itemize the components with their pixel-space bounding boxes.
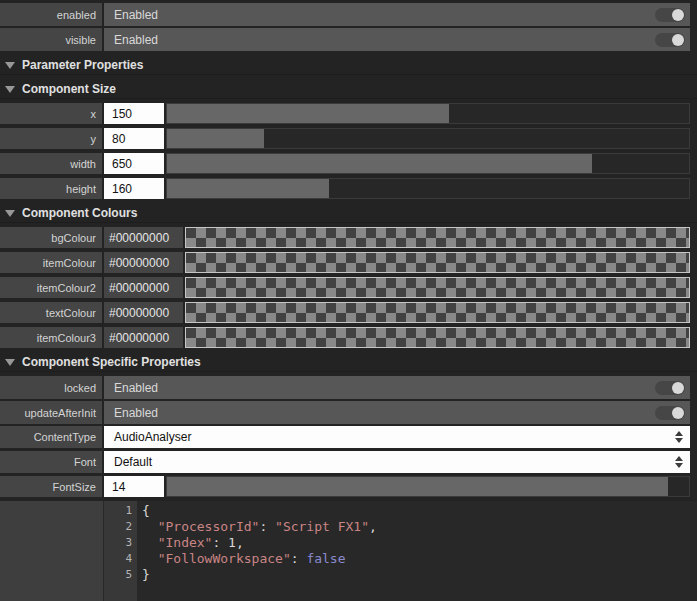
slider-fill [167,104,449,123]
editor-left-panel [0,501,103,601]
property-row-updateafterinit: updateAfterInit Enabled [0,401,697,424]
enabled-toggle-bar[interactable]: Enabled [104,3,690,26]
code-line[interactable]: 1{ [103,503,697,519]
section-title: Component Specific Properties [22,355,201,369]
height-value-input[interactable] [104,178,164,199]
property-label: itemColour [0,252,102,273]
colour-hex-value: #00000000 [104,302,183,323]
property-value-area [104,153,690,174]
locked-toggle-bar[interactable]: Enabled [104,376,690,399]
line-number: 3 [103,535,137,551]
toggle-knob [672,9,684,21]
property-value-area: #00000000 [104,227,690,248]
toggle-state-label: Enabled [114,8,158,22]
dropdown-selected-value: AudioAnalyser [114,430,191,444]
x-slider[interactable] [166,103,690,124]
colour-swatch[interactable] [185,302,690,323]
code-line[interactable]: 5} [103,567,697,583]
colour-hex-value: #00000000 [104,252,183,273]
section-header-component-specific-properties[interactable]: Component Specific Properties [0,353,697,372]
colour-swatch[interactable] [185,252,690,273]
line-number: 4 [103,551,137,567]
toggle-switch-icon[interactable] [655,381,685,395]
property-row-itemcolour: itemColour #00000000 [0,252,697,273]
section-header-component-colours[interactable]: Component Colours [0,204,697,223]
property-value-area: #00000000 [104,252,690,273]
font-dropdown[interactable]: Default [104,451,690,473]
contenttype-dropdown[interactable]: AudioAnalyser [104,426,690,448]
code-line[interactable]: 3 "Index": 1, [103,535,697,551]
property-label: height [0,178,102,199]
property-label: ContentType [0,426,102,448]
property-value-area: #00000000 [104,302,690,323]
width-value-input[interactable] [104,153,164,174]
collapse-triangle-icon[interactable] [5,210,15,217]
code-text: { [137,503,150,519]
code-line[interactable]: 2 "ProcessorId": "Script FX1", [103,519,697,535]
code-line[interactable]: 4 "FollowWorkspace": false [103,551,697,567]
property-value-area [104,103,690,124]
colour-hex-value: #00000000 [104,327,183,348]
toggle-state-label: Enabled [114,406,158,420]
collapse-triangle-icon[interactable] [5,86,15,93]
updateafterinit-toggle-bar[interactable]: Enabled [104,401,690,424]
section-header-component-size[interactable]: Component Size [0,80,697,99]
colour-swatch[interactable] [185,227,690,248]
property-label: updateAfterInit [0,401,102,424]
collapse-triangle-icon[interactable] [5,359,15,366]
colour-hex-value: #00000000 [104,277,183,298]
colour-hex-value: #00000000 [104,227,183,248]
updown-stepper-icon[interactable] [675,456,683,468]
toggle-switch-icon[interactable] [655,33,685,47]
line-number: 2 [103,519,137,535]
property-label: enabled [0,3,102,26]
collapse-triangle-icon[interactable] [5,62,15,69]
code-text: "Index": 1, [137,535,244,551]
slider-fill [167,129,264,148]
toggle-state-label: Enabled [114,381,158,395]
fontsize-slider[interactable] [166,476,690,497]
colour-swatch[interactable] [185,277,690,298]
property-row-itemcolour3: itemColour3 #00000000 [0,327,697,348]
y-value-input[interactable] [104,128,164,149]
section-header-parameter-properties[interactable]: Parameter Properties [0,56,697,75]
height-slider[interactable] [166,178,690,199]
property-label: locked [0,376,102,399]
section-title: Parameter Properties [22,58,143,72]
property-label: FontSize [0,476,102,497]
y-slider[interactable] [166,128,690,149]
code-lines[interactable]: 1{2 "ProcessorId": "Script FX1",3 "Index… [103,501,697,583]
dropdown-selected-value: Default [114,455,152,469]
colour-swatch[interactable] [185,327,690,348]
line-number: 1 [103,503,137,519]
property-label: width [0,153,102,174]
property-value-area [104,178,690,199]
property-value-area: AudioAnalyser [104,426,690,448]
property-row-textcolour: textColour #00000000 [0,302,697,323]
toggle-knob [672,382,684,394]
property-label: itemColour3 [0,327,102,348]
property-label: Font [0,451,102,473]
property-value-area: Enabled [104,28,690,51]
code-text: "FollowWorkspace": false [137,551,346,567]
property-label: visible [0,28,102,51]
editor-code-area[interactable]: 1{2 "ProcessorId": "Script FX1",3 "Index… [103,501,697,601]
width-slider[interactable] [166,153,690,174]
toggle-knob [672,34,684,46]
property-row-x: x [0,103,697,124]
property-row-contenttype: ContentType AudioAnalyser [0,426,697,448]
property-row-fontsize: FontSize [0,476,697,497]
property-row-locked: locked Enabled [0,376,697,399]
slider-fill [167,154,592,173]
x-value-input[interactable] [104,103,164,124]
toggle-switch-icon[interactable] [655,406,685,420]
property-label: y [0,128,102,149]
property-value-area: Default [104,451,690,473]
visible-toggle-bar[interactable]: Enabled [104,28,690,51]
property-value-area [104,476,690,497]
toggle-state-label: Enabled [114,33,158,47]
updown-stepper-icon[interactable] [675,431,683,443]
property-value-area [104,128,690,149]
toggle-switch-icon[interactable] [655,8,685,22]
fontsize-value-input[interactable] [104,476,164,497]
